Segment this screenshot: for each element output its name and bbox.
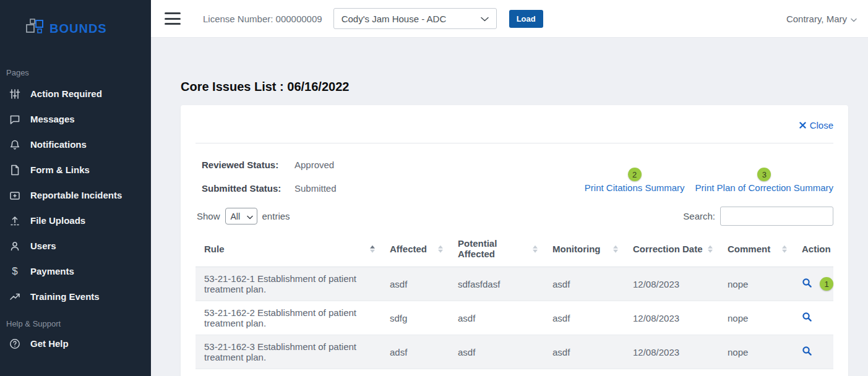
sidebar-section-pages: Pages bbox=[0, 68, 151, 77]
cell-potential-affected: asdf bbox=[449, 301, 544, 335]
sidebar-item-file-uploads[interactable]: File Uploads bbox=[0, 208, 151, 233]
cell-affected: adsf bbox=[381, 335, 449, 369]
table-row: 53-21-162-1 Establishment of patient tre… bbox=[196, 267, 833, 301]
trend-up-icon bbox=[9, 291, 21, 303]
cell-rule: 53-21-162-2 Establishment of patient tre… bbox=[196, 301, 381, 335]
sidebar-item-label: Reportable Incidents bbox=[30, 190, 122, 200]
reviewed-status-label: Reviewed Status: bbox=[202, 160, 294, 170]
sidebar-item-action-required[interactable]: Action Required bbox=[0, 81, 151, 106]
chevron-down-icon bbox=[247, 212, 253, 221]
column-header-monitoring[interactable]: Monitoring bbox=[544, 233, 624, 267]
cell-affected: sdfg bbox=[381, 301, 449, 335]
column-header-rule[interactable]: Rule bbox=[196, 233, 381, 267]
table-row: 53-21-162-2 Establishment of patient tre… bbox=[196, 301, 833, 335]
sidebar-item-label: File Uploads bbox=[30, 215, 85, 226]
column-header-potential-affected[interactable]: Potential Affected bbox=[449, 233, 544, 267]
sidebar-item-payments[interactable]: $ Payments bbox=[0, 258, 151, 284]
sidebar-item-form-links[interactable]: Form & Links bbox=[0, 157, 151, 182]
core-issues-card: Close Reviewed Status: Approved Submitte… bbox=[181, 105, 848, 376]
close-button[interactable]: Close bbox=[799, 120, 833, 130]
magnifier-icon bbox=[802, 312, 812, 324]
document-icon bbox=[9, 164, 21, 176]
sliders-icon bbox=[9, 88, 21, 100]
sidebar-section-help: Help & Support bbox=[0, 319, 151, 328]
sort-icon bbox=[708, 246, 713, 253]
load-button[interactable]: Load bbox=[509, 10, 543, 28]
cell-correction-date: 12/08/2023 bbox=[624, 301, 719, 335]
sidebar-item-training-events[interactable]: Training Events bbox=[0, 284, 151, 309]
column-header-affected[interactable]: Affected bbox=[381, 233, 449, 267]
column-header-correction-date[interactable]: Correction Date bbox=[624, 233, 719, 267]
sidebar-item-users[interactable]: Users bbox=[0, 233, 151, 258]
view-details-button[interactable] bbox=[802, 312, 812, 324]
sidebar-item-get-help[interactable]: Get Help bbox=[0, 331, 151, 356]
sidebar-item-label: Form & Links bbox=[30, 164, 90, 175]
chat-icon bbox=[9, 113, 21, 126]
close-label: Close bbox=[810, 120, 833, 130]
sidebar-item-messages[interactable]: Messages bbox=[0, 106, 151, 132]
cell-monitoring: asdf bbox=[544, 335, 624, 369]
sidebar: BOUNDS Pages Action Required Messages bbox=[0, 0, 151, 376]
cell-comment: nope bbox=[719, 301, 793, 335]
view-details-button[interactable] bbox=[802, 346, 812, 358]
status-section: Reviewed Status: Approved Submitted Stat… bbox=[181, 143, 848, 194]
question-circle-icon bbox=[9, 338, 21, 350]
sort-icon bbox=[533, 246, 538, 253]
sidebar-item-label: Notifications bbox=[30, 139, 87, 150]
entries-label: entries bbox=[262, 211, 290, 221]
cell-potential-affected: sdfasfdasf bbox=[449, 267, 544, 301]
magnifier-icon bbox=[802, 346, 812, 358]
view-details-button[interactable] bbox=[802, 278, 812, 290]
folder-plus-icon bbox=[9, 189, 21, 202]
print-citations-summary-link[interactable]: Print Citations Summary bbox=[585, 182, 685, 193]
sort-icon bbox=[613, 246, 618, 253]
license-number-label: License Number: 000000009 bbox=[203, 14, 322, 24]
sidebar-item-label: Action Required bbox=[30, 88, 102, 99]
brand-logo[interactable]: BOUNDS bbox=[0, 0, 151, 41]
core-issues-table: Rule Affected Potential Affected bbox=[196, 233, 833, 369]
squares-logo-icon bbox=[26, 19, 45, 38]
sort-icon bbox=[438, 246, 443, 253]
sidebar-item-label: Users bbox=[30, 241, 56, 251]
sidebar-item-label: Training Events bbox=[30, 291, 100, 302]
cell-comment: nope bbox=[719, 335, 793, 369]
cell-rule: 53-21-162-3 Establishment of patient tre… bbox=[196, 335, 381, 369]
bell-icon bbox=[9, 139, 21, 151]
chevron-down-icon bbox=[851, 14, 857, 24]
user-menu-label: Contrary, Mary bbox=[786, 14, 847, 24]
sidebar-item-reportable-incidents[interactable]: Reportable Incidents bbox=[0, 182, 151, 208]
cell-comment: nope bbox=[719, 267, 793, 301]
facility-select-value: Cody's Jam House - ADC bbox=[342, 14, 447, 24]
annotation-badge-2: 2 bbox=[628, 168, 642, 181]
hamburger-icon[interactable] bbox=[165, 12, 182, 25]
facility-select[interactable]: Cody's Jam House - ADC bbox=[333, 8, 497, 29]
entries-per-page-select[interactable]: All bbox=[225, 208, 257, 224]
sidebar-item-label: Get Help bbox=[30, 338, 69, 349]
submitted-status-value: Submitted bbox=[294, 183, 337, 194]
upload-icon bbox=[9, 215, 21, 227]
search-label: Search: bbox=[683, 211, 715, 221]
dollar-icon: $ bbox=[9, 265, 21, 278]
cell-potential-affected: asdf bbox=[449, 335, 544, 369]
topbar: License Number: 000000009 Cody's Jam Hou… bbox=[151, 0, 868, 38]
print-plan-of-correction-summary-link[interactable]: Print Plan of Correction Summary bbox=[695, 182, 833, 193]
sort-icon bbox=[370, 246, 375, 253]
column-header-comment[interactable]: Comment bbox=[719, 233, 793, 267]
cell-monitoring: asdf bbox=[544, 267, 624, 301]
sidebar-item-notifications[interactable]: Notifications bbox=[0, 132, 151, 157]
annotation-badge-1: 1 bbox=[820, 277, 833, 291]
cell-rule: 53-21-162-1 Establishment of patient tre… bbox=[196, 267, 381, 301]
search-input[interactable] bbox=[720, 207, 833, 226]
annotation-badge-3: 3 bbox=[757, 168, 771, 181]
show-label: Show bbox=[197, 211, 220, 221]
table-row: 53-21-162-3 Establishment of patient tre… bbox=[196, 335, 833, 369]
user-icon bbox=[9, 240, 21, 252]
user-menu[interactable]: Contrary, Mary bbox=[786, 14, 857, 24]
cell-correction-date: 12/08/2023 bbox=[624, 335, 719, 369]
close-icon bbox=[799, 120, 806, 130]
cell-correction-date: 12/08/2023 bbox=[624, 267, 719, 301]
cell-affected: asdf bbox=[381, 267, 449, 301]
sidebar-item-label: Messages bbox=[30, 114, 75, 124]
reviewed-status-value: Approved bbox=[294, 160, 334, 170]
app-window: BOUNDS Pages Action Required Messages bbox=[0, 0, 868, 376]
